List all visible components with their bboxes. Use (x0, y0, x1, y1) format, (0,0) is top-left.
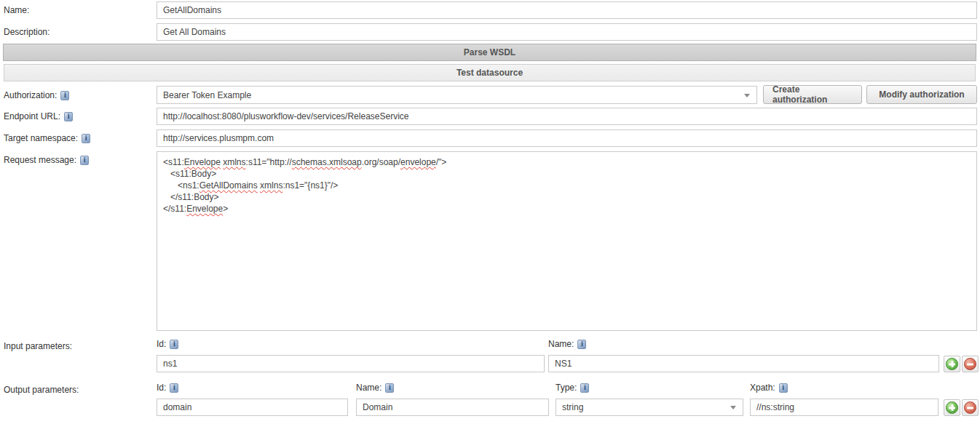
name-label-text: Name: (4, 5, 29, 15)
info-icon[interactable] (60, 91, 69, 100)
output-param-name-label-text: Name: (356, 383, 382, 393)
input-param-name-input[interactable] (548, 355, 939, 372)
output-param-type-value: string (562, 402, 583, 412)
description-input[interactable] (157, 23, 977, 41)
target-namespace-input[interactable] (157, 129, 977, 147)
description-label-text: Description: (4, 27, 50, 37)
output-param-id-label: Id: (157, 383, 178, 393)
add-input-parameter-button[interactable] (944, 356, 960, 372)
output-parameters-label: Output parameters: (4, 381, 79, 399)
output-param-name-input[interactable] (356, 399, 549, 416)
info-icon[interactable] (580, 383, 589, 393)
chevron-down-icon (730, 406, 736, 409)
output-param-id-input[interactable] (157, 399, 348, 416)
input-param-name-label-text: Name: (548, 339, 574, 349)
create-authorization-button[interactable]: Create authorization (763, 85, 862, 104)
output-param-xpath-input[interactable] (750, 399, 938, 416)
authorization-label: Authorization: (4, 87, 69, 104)
info-icon[interactable] (82, 134, 90, 143)
request-message-label: Request message: (4, 151, 89, 169)
info-icon[interactable] (779, 383, 788, 393)
output-param-xpath-label-text: Xpath: (750, 383, 775, 393)
test-datasource-button[interactable]: Test datasource (4, 64, 976, 81)
info-icon[interactable] (577, 340, 586, 349)
modify-authorization-button[interactable]: Modify authorization (866, 85, 977, 104)
request-message-label-text: Request message: (4, 155, 76, 165)
endpoint-url-label-text: Endpoint URL: (4, 111, 60, 121)
name-label: Name: (4, 1, 29, 19)
authorization-label-text: Authorization: (4, 90, 57, 100)
input-param-name-label: Name: (548, 339, 586, 349)
info-icon[interactable] (170, 340, 178, 349)
input-parameters-label: Input parameters: (4, 337, 72, 355)
authorization-combo-value: Bearer Token Example (163, 90, 251, 100)
output-param-xpath-label: Xpath: (750, 383, 788, 393)
endpoint-url-label: Endpoint URL: (4, 108, 73, 125)
output-param-type-combo[interactable]: string (556, 399, 743, 416)
request-message-textarea[interactable]: <s11:Envelope xmlns:s11="http://schemas.… (157, 151, 977, 331)
output-param-type-label-text: Type: (556, 383, 577, 393)
info-icon[interactable] (170, 383, 178, 393)
input-parameters-label-text: Input parameters: (4, 341, 72, 351)
info-icon[interactable] (64, 112, 73, 121)
remove-input-parameter-button[interactable] (962, 356, 979, 372)
input-param-id-input[interactable] (157, 355, 545, 372)
input-param-id-label-text: Id: (157, 339, 166, 349)
minus-icon (964, 401, 976, 414)
info-icon[interactable] (385, 383, 394, 393)
input-param-id-label: Id: (157, 339, 178, 349)
plus-icon (946, 358, 958, 370)
output-param-id-label-text: Id: (157, 383, 166, 393)
description-label: Description: (4, 23, 50, 41)
endpoint-url-input[interactable] (157, 108, 977, 125)
add-output-parameter-button[interactable] (944, 399, 960, 416)
datasource-form: Name: Description: Parse WSDL Test datas… (0, 0, 980, 424)
output-param-name-label: Name: (356, 383, 394, 393)
output-param-type-label: Type: (556, 383, 589, 393)
target-namespace-label: Target namespace: (4, 129, 90, 147)
target-namespace-label-text: Target namespace: (4, 133, 78, 143)
remove-output-parameter-button[interactable] (962, 399, 979, 416)
minus-icon (964, 358, 976, 370)
plus-icon (946, 401, 958, 414)
parse-wsdl-button[interactable]: Parse WSDL (3, 44, 976, 61)
name-input[interactable] (157, 1, 977, 19)
output-parameters-label-text: Output parameters: (4, 385, 79, 395)
authorization-combo[interactable]: Bearer Token Example (157, 86, 757, 104)
chevron-down-icon (744, 94, 750, 97)
info-icon[interactable] (80, 156, 89, 165)
